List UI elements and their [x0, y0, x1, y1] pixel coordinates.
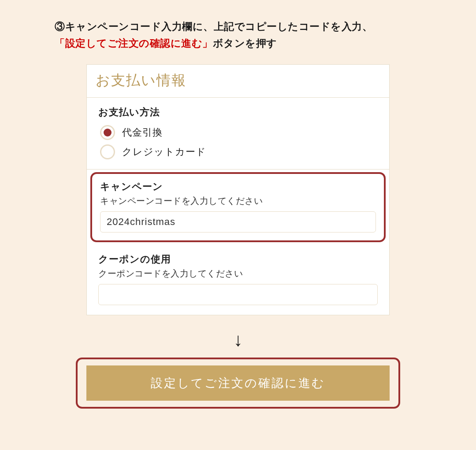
- campaign-help: キャンペーンコードを入力してください: [100, 195, 376, 207]
- coupon-title: クーポンの使用: [98, 253, 378, 266]
- campaign-title: キャンペーン: [100, 180, 376, 193]
- confirm-button-highlight: 設定してご注文の確認に進む: [76, 358, 400, 409]
- campaign-code-input[interactable]: [100, 211, 376, 232]
- payment-method-heading: お支払い方法: [98, 106, 378, 119]
- instruction-prefix: ③キャンペーンコード入力欄に、上記でコピーしたコードを入力、: [55, 21, 372, 32]
- campaign-section-highlight: キャンペーン キャンペーンコードを入力してください: [90, 172, 386, 242]
- radio-label: クレジットカード: [122, 145, 206, 159]
- radio-option-cod[interactable]: 代金引換: [98, 125, 378, 140]
- instruction-suffix: ボタンを押す: [213, 37, 277, 49]
- instruction-highlight: 「設定してご注文の確認に進む」: [55, 37, 213, 49]
- coupon-help: クーポンコードを入力してください: [98, 268, 378, 280]
- down-arrow-icon: ↓: [234, 329, 243, 350]
- instruction-text: ③キャンペーンコード入力欄に、上記でコピーしたコードを入力、 「設定してご注文の…: [55, 18, 421, 52]
- coupon-section: クーポンの使用 クーポンコードを入力してください: [87, 245, 389, 315]
- coupon-code-input[interactable]: [98, 284, 378, 305]
- radio-unselected-icon: [100, 144, 115, 159]
- radio-label: 代金引換: [122, 126, 163, 139]
- confirm-order-button[interactable]: 設定してご注文の確認に進む: [86, 365, 390, 401]
- radio-option-credit-card[interactable]: クレジットカード: [98, 144, 378, 159]
- payment-method-section: お支払い方法 代金引換 クレジットカード: [87, 98, 389, 170]
- panel-title: お支払い情報: [87, 65, 389, 98]
- radio-selected-icon: [100, 125, 115, 140]
- payment-info-panel: お支払い情報 お支払い方法 代金引換 クレジットカード キャンペーン キャンペー…: [86, 64, 390, 315]
